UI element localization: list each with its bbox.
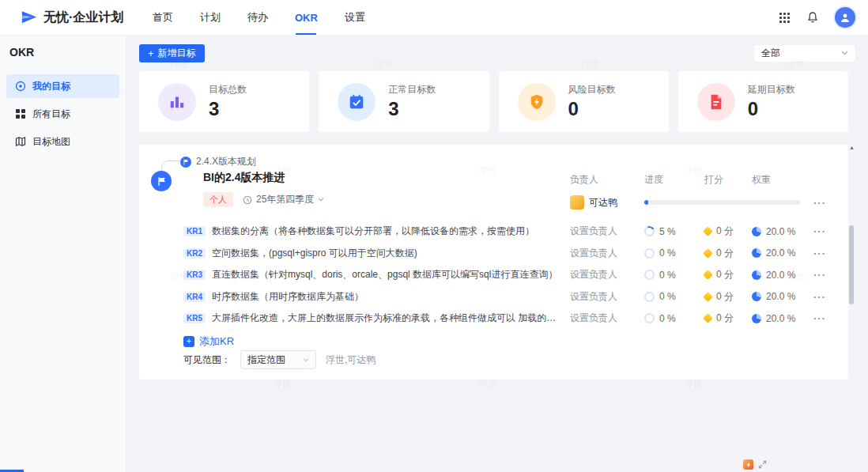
stat-value: 0	[748, 99, 795, 119]
set-owner-link[interactable]: 设置负责人	[570, 225, 617, 238]
top-header: 无忧·企业计划 首页 计划 待办 OKR 设置	[0, 0, 868, 36]
kr-score-value: 0 分	[716, 268, 734, 281]
kr-row: KR4 时序数据集（用时序数据库为基础） 设置负责人 0 % 0 分 20.0 …	[183, 286, 832, 308]
kr-text: 大屏插件化改造，大屏上的数据展示作为标准的承载，各种组件做成可以 加载的模式	[212, 312, 570, 325]
set-owner-link[interactable]: 设置负责人	[570, 312, 617, 325]
parent-flag-icon	[180, 157, 191, 168]
logo-icon	[21, 9, 38, 26]
weight-pie-icon	[752, 227, 761, 236]
scrollbar[interactable]: ▲	[849, 145, 855, 470]
kr-badge: KR2	[183, 248, 206, 259]
tree-connector	[161, 160, 180, 171]
progress-ring-icon	[644, 270, 655, 280]
set-owner-link[interactable]: 设置负责人	[570, 290, 617, 304]
objective-menu-button[interactable]: ···	[813, 197, 832, 209]
kr-weight-value: 20.0 %	[766, 313, 795, 324]
add-kr-button[interactable]: + 添加KR	[183, 334, 234, 349]
app-window: 无忧·企业计划 首页 计划 待办 OKR 设置 OKR	[0, 0, 868, 472]
kr-weight-value: 20.0 %	[766, 247, 795, 259]
kr-menu-button[interactable]: ···	[813, 312, 832, 324]
parent-objective[interactable]: 2.4.X版本规划	[180, 155, 256, 168]
set-owner-link[interactable]: 设置负责人	[570, 247, 617, 260]
stat-card-delayed: 延期目标数 0	[678, 71, 848, 132]
chevron-down-icon	[303, 358, 309, 362]
nav-item-plan[interactable]: 计划	[187, 0, 234, 35]
sidebar-item-goal-map[interactable]: 目标地图	[6, 130, 119, 153]
sidebar-item-all-goals[interactable]: 所有目标	[6, 102, 119, 126]
column-header-score: 打分	[704, 173, 752, 187]
nav-item-okr[interactable]: OKR	[281, 0, 331, 35]
progress-ring-icon	[644, 248, 655, 259]
devtools-icon[interactable]	[743, 459, 753, 470]
score-medal-icon	[703, 226, 713, 236]
grid-goals-icon	[15, 108, 26, 119]
weight-pie-icon	[752, 270, 761, 280]
notifications-bell-icon[interactable]	[806, 11, 819, 24]
nav-item-todo[interactable]: 待办	[234, 0, 281, 35]
kr-score-value: 0 分	[716, 225, 734, 238]
plus-icon: +	[183, 336, 194, 347]
app-logo: 无忧·企业计划	[0, 9, 139, 26]
logo-text: 无忧·企业计划	[43, 9, 123, 26]
kr-text: 直连数据集（针对mysql、doris、orcale、pgsql 数据库可以编写…	[212, 268, 570, 281]
column-headers: 负责人 进度 打分 权重	[570, 173, 832, 187]
sidebar-item-my-goals[interactable]: 我的目标	[6, 74, 119, 98]
kr-list: KR1 数据集的分离（将各种数据集可以分开部署，以降低设备的需求，按需使用） 设…	[155, 221, 832, 330]
bar-chart-icon	[158, 83, 196, 121]
shield-bolt-icon	[518, 83, 556, 121]
progress-ring-icon	[644, 313, 655, 323]
visibility-users: 浮世,可达鸭	[326, 353, 376, 367]
apps-grid-icon[interactable]	[779, 12, 791, 24]
nav-item-home[interactable]: 首页	[139, 0, 187, 35]
objective-title: BI的2.4版本推进	[203, 171, 570, 185]
add-goal-label: 新增目标	[158, 47, 196, 60]
plus-icon: +	[148, 48, 154, 59]
parent-objective-label: 2.4.X版本规划	[196, 155, 256, 168]
objective-flag-icon	[151, 171, 172, 191]
stat-card-risk: 风险目标数 0	[499, 71, 669, 132]
weight-pie-icon	[752, 292, 761, 301]
score-medal-icon	[703, 292, 713, 302]
nav-item-settings[interactable]: 设置	[331, 0, 379, 35]
sidebar-item-label: 目标地图	[32, 135, 70, 149]
user-avatar[interactable]	[835, 7, 855, 28]
add-goal-button[interactable]: + 新增目标	[139, 44, 205, 62]
progress-ring-icon	[643, 225, 656, 238]
kr-row: KR5 大屏插件化改造，大屏上的数据展示作为标准的承载，各种组件做成可以 加载的…	[183, 308, 832, 330]
kr-menu-button[interactable]: ···	[813, 291, 832, 303]
main-nav: 首页 计划 待办 OKR 设置	[139, 0, 379, 35]
add-kr-label: 添加KR	[199, 334, 234, 349]
score-medal-icon	[703, 248, 713, 259]
kr-badge: KR1	[183, 226, 206, 236]
score-medal-icon	[703, 313, 713, 323]
kr-badge: KR5	[183, 313, 206, 323]
objective-owner[interactable]: 可达鸭	[570, 195, 644, 210]
corner-badges	[743, 459, 767, 470]
filter-select[interactable]: 全部	[753, 44, 856, 62]
document-alert-icon	[697, 83, 735, 121]
kr-menu-button[interactable]: ···	[813, 225, 832, 237]
kr-weight-value: 20.0 %	[766, 270, 795, 281]
visibility-select[interactable]: 指定范围	[240, 350, 316, 369]
sidebar-title: OKR	[0, 36, 126, 74]
map-icon	[15, 136, 26, 147]
column-header-progress: 进度	[644, 173, 704, 187]
kr-badge: KR4	[183, 292, 206, 302]
kr-score-value: 0 分	[716, 247, 734, 260]
kr-badge: KR3	[183, 270, 206, 280]
set-owner-link[interactable]: 设置负责人	[570, 268, 617, 281]
kr-text: 时序数据集（用时序数据库为基础）	[212, 290, 570, 304]
expand-icon[interactable]	[758, 460, 767, 469]
kr-weight-value: 20.0 %	[766, 226, 795, 237]
chevron-down-icon	[318, 198, 324, 202]
kr-menu-button[interactable]: ···	[813, 269, 832, 281]
period-select[interactable]: 25年第四季度	[243, 193, 324, 206]
weight-pie-icon	[752, 248, 761, 258]
kr-weight-value: 20.0 %	[766, 291, 795, 302]
scrollbar-up-arrow[interactable]: ▲	[849, 145, 855, 151]
kr-menu-button[interactable]: ···	[813, 247, 832, 259]
chevron-down-icon	[841, 51, 848, 55]
column-header-weight: 权重	[752, 173, 813, 187]
scrollbar-thumb[interactable]	[849, 225, 854, 304]
toolbar: + 新增目标 全部	[139, 43, 856, 62]
